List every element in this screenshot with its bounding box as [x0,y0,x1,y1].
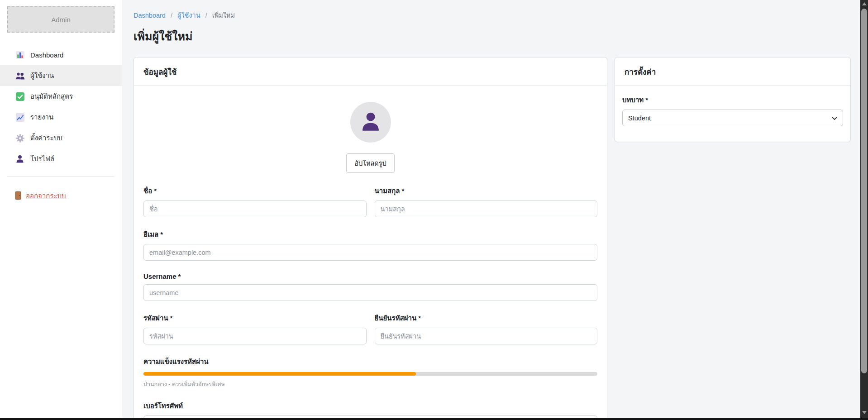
avatar [350,102,391,143]
bar-chart-icon [15,51,25,59]
vertical-scrollbar[interactable] [860,0,868,420]
password-strength-fill [143,372,416,376]
breadcrumb: Dashboard / ผู้ใช้งาน / เพิ่มใหม่ [134,10,851,20]
email-field[interactable] [143,244,597,261]
sidebar-nav: Dashboard ผู้ใช้งาน [0,44,122,169]
role-select-value: Student [628,115,651,122]
password-field[interactable] [143,328,367,344]
breadcrumb-current: เพิ่มใหม่ [212,12,235,19]
first-name-label: ชื่อ* [143,186,367,196]
check-icon [15,92,25,101]
avatar-person-icon [360,111,381,134]
sidebar-item-system-settings[interactable]: ตั้งค่าระบบ [0,128,122,148]
page-title: เพิ่มผู้ใช้ใหม่ [134,27,851,45]
phone-label: เบอร์โทรศัพท์ [143,401,597,411]
confirm-password-field[interactable] [375,328,598,344]
last-name-field[interactable] [375,200,598,217]
password-strength-bar [143,372,597,376]
logout-label: ออกจากระบบ [26,191,66,201]
sidebar-item-label: อนุมัติหลักสูตร [30,91,73,102]
main-content: Dashboard / ผู้ใช้งาน / เพิ่มใหม่ เพิ่มผ… [122,0,860,420]
scrollbar-down-arrow-icon[interactable] [860,409,868,416]
scrollbar-up-arrow-icon[interactable] [860,0,868,8]
confirm-password-label: ยืนยันรหัสผ่าน* [375,313,598,324]
person-icon [15,155,25,163]
admin-logo-text: Admin [51,16,71,24]
role-select[interactable]: Student [622,110,843,126]
logout-link[interactable]: ออกจากระบบ [15,191,66,201]
sidebar-item-label: ตั้งค่าระบบ [30,133,62,143]
last-name-label: นามสกุล* [375,186,598,196]
scrollbar-thumb[interactable] [861,9,867,373]
username-label: Username* [143,272,597,280]
username-field[interactable] [143,284,597,301]
sidebar-item-label: โปรไฟล์ [30,153,54,164]
breadcrumb-users[interactable]: ผู้ใช้งาน [177,12,200,19]
password-strength-caption: ปานกลาง - ควรเพิ่มตัวอักษรพิเศษ [143,380,597,389]
users-icon [15,72,25,80]
password-label: รหัสผ่าน* [143,313,367,324]
sidebar-item-label: ผู้ใช้งาน [30,70,54,81]
app-window: Admin Dashboard [0,0,868,420]
chart-up-icon [15,113,25,122]
user-info-card-title: ข้อมูลผู้ใช้ [134,57,607,86]
role-label: บทบาท* [622,95,843,105]
admin-logo: Admin [7,6,114,33]
upload-photo-button[interactable]: อัปโหลดรูป [346,153,395,173]
breadcrumb-separator: / [205,12,207,19]
settings-card: การตั้งค่า บทบาท* Student [615,57,851,142]
door-icon [15,191,21,201]
sidebar-item-label: รายงาน [30,112,53,123]
taskbar-edge [0,418,868,420]
breadcrumb-dashboard[interactable]: Dashboard [134,12,166,19]
sidebar-item-reports[interactable]: รายงาน [0,107,122,128]
sidebar-item-users[interactable]: ผู้ใช้งาน [0,65,122,86]
chevron-down-icon [832,115,837,122]
gear-icon [15,134,25,143]
sidebar-item-profile[interactable]: โปรไฟล์ [0,148,122,169]
sidebar-item-approve-courses[interactable]: อนุมัติหลักสูตร [0,86,122,107]
settings-card-title: การตั้งค่า [615,57,850,86]
user-info-card: ข้อมูลผู้ใช้ อัปโหลดรูป [134,57,607,420]
sidebar-item-label: Dashboard [30,51,63,59]
sidebar: Admin Dashboard [0,0,122,420]
email-label: อีเมล* [143,229,597,240]
sidebar-divider [7,177,114,177]
password-strength-label: ความแข็งแรงรหัสผ่าน [143,356,597,367]
breadcrumb-separator: / [171,12,172,19]
first-name-field[interactable] [143,200,367,217]
sidebar-item-dashboard[interactable]: Dashboard [0,44,122,65]
